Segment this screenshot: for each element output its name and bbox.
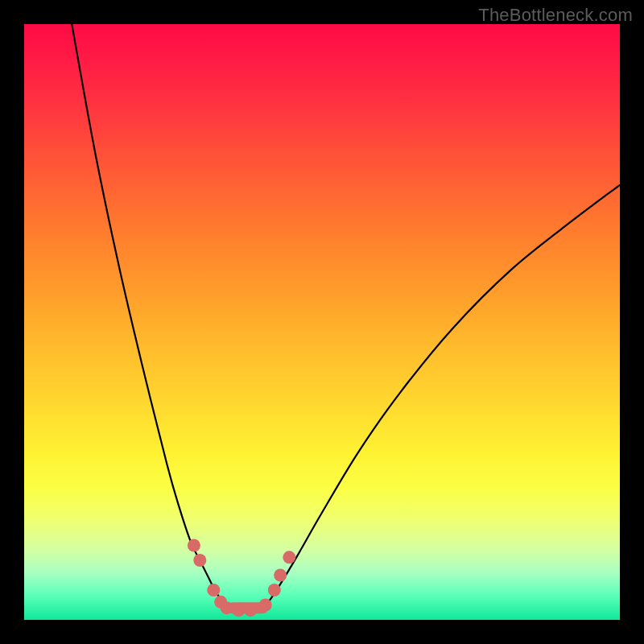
data-marker bbox=[274, 569, 287, 582]
data-marker bbox=[232, 604, 245, 617]
data-marker bbox=[193, 554, 206, 567]
data-marker bbox=[259, 599, 272, 612]
data-marker bbox=[188, 539, 200, 552]
markers-right bbox=[259, 551, 296, 611]
curve-left bbox=[72, 24, 233, 608]
curve-right bbox=[262, 185, 620, 608]
data-marker bbox=[221, 601, 233, 614]
chart-svg bbox=[24, 24, 620, 620]
chart-frame: TheBottleneck.com bbox=[0, 0, 644, 644]
plot-area bbox=[24, 24, 620, 620]
data-marker bbox=[268, 584, 281, 597]
data-marker bbox=[283, 551, 295, 564]
data-marker bbox=[244, 604, 257, 617]
watermark-text: TheBottleneck.com bbox=[478, 5, 633, 26]
data-marker bbox=[207, 584, 220, 597]
